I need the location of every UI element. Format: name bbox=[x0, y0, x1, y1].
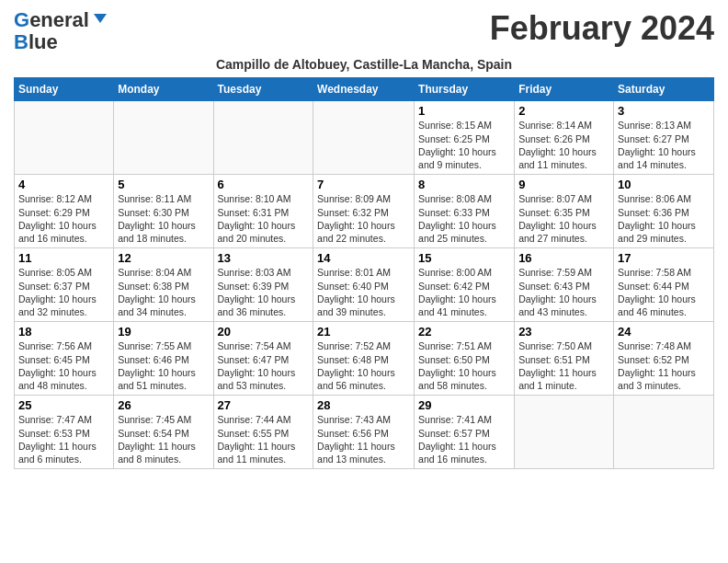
calendar-cell: 23Sunrise: 7:50 AM Sunset: 6:51 PM Dayli… bbox=[515, 322, 614, 396]
day-info: Sunrise: 7:52 AM Sunset: 6:48 PM Dayligh… bbox=[317, 339, 410, 392]
day-number: 15 bbox=[418, 251, 510, 265]
calendar-cell: 25Sunrise: 7:47 AM Sunset: 6:53 PM Dayli… bbox=[15, 396, 114, 469]
day-number: 4 bbox=[18, 178, 109, 191]
day-info: Sunrise: 7:48 AM Sunset: 6:52 PM Dayligh… bbox=[618, 339, 710, 392]
calendar-cell: 28Sunrise: 7:43 AM Sunset: 6:56 PM Dayli… bbox=[313, 396, 415, 469]
day-info: Sunrise: 7:45 AM Sunset: 6:54 PM Dayligh… bbox=[118, 413, 209, 465]
day-number: 8 bbox=[418, 178, 510, 191]
day-number: 3 bbox=[618, 104, 710, 118]
day-number: 10 bbox=[618, 178, 710, 191]
calendar-cell: 27Sunrise: 7:44 AM Sunset: 6:55 PM Dayli… bbox=[213, 396, 313, 469]
day-info: Sunrise: 7:55 AM Sunset: 6:46 PM Dayligh… bbox=[118, 339, 209, 392]
day-info: Sunrise: 7:47 AM Sunset: 6:53 PM Dayligh… bbox=[18, 413, 109, 465]
day-info: Sunrise: 8:13 AM Sunset: 6:27 PM Dayligh… bbox=[618, 119, 710, 171]
day-number: 2 bbox=[518, 104, 609, 118]
calendar-cell: 10Sunrise: 8:06 AM Sunset: 6:36 PM Dayli… bbox=[614, 175, 714, 248]
day-info: Sunrise: 7:59 AM Sunset: 6:43 PM Dayligh… bbox=[518, 266, 609, 318]
day-number: 17 bbox=[618, 251, 710, 265]
month-title: February 2024 bbox=[490, 9, 714, 48]
calendar-cell: 17Sunrise: 7:58 AM Sunset: 6:44 PM Dayli… bbox=[614, 248, 714, 322]
calendar-cell: 26Sunrise: 7:45 AM Sunset: 6:54 PM Dayli… bbox=[114, 396, 213, 469]
day-info: Sunrise: 7:56 AM Sunset: 6:45 PM Dayligh… bbox=[18, 339, 109, 392]
calendar-week-row-4: 18Sunrise: 7:56 AM Sunset: 6:45 PM Dayli… bbox=[15, 322, 714, 396]
calendar-cell: 1Sunrise: 8:15 AM Sunset: 6:25 PM Daylig… bbox=[415, 101, 515, 175]
day-number: 12 bbox=[118, 251, 209, 265]
col-sunday: Sunday bbox=[15, 78, 114, 101]
calendar-week-row-1: 1Sunrise: 8:15 AM Sunset: 6:25 PM Daylig… bbox=[15, 101, 714, 175]
day-number: 29 bbox=[418, 398, 510, 412]
calendar-cell bbox=[114, 101, 213, 175]
day-info: Sunrise: 7:58 AM Sunset: 6:44 PM Dayligh… bbox=[618, 266, 710, 318]
logo: General Blue bbox=[14, 9, 108, 53]
day-info: Sunrise: 7:51 AM Sunset: 6:50 PM Dayligh… bbox=[418, 339, 510, 392]
day-info: Sunrise: 8:01 AM Sunset: 6:40 PM Dayligh… bbox=[317, 266, 410, 318]
calendar-cell: 14Sunrise: 8:01 AM Sunset: 6:40 PM Dayli… bbox=[313, 248, 415, 322]
day-number: 6 bbox=[218, 178, 310, 191]
calendar-cell: 6Sunrise: 8:10 AM Sunset: 6:31 PM Daylig… bbox=[213, 175, 313, 248]
calendar-cell: 8Sunrise: 8:08 AM Sunset: 6:33 PM Daylig… bbox=[415, 175, 515, 248]
logo-blue-b: B bbox=[14, 31, 28, 53]
day-number: 14 bbox=[317, 251, 410, 265]
day-number: 7 bbox=[317, 178, 410, 191]
calendar-cell: 20Sunrise: 7:54 AM Sunset: 6:47 PM Dayli… bbox=[213, 322, 313, 396]
calendar-week-row-3: 11Sunrise: 8:05 AM Sunset: 6:37 PM Dayli… bbox=[15, 248, 714, 322]
calendar-cell bbox=[313, 101, 415, 175]
calendar-header-row: Sunday Monday Tuesday Wednesday Thursday… bbox=[15, 78, 714, 101]
calendar-cell: 3Sunrise: 8:13 AM Sunset: 6:27 PM Daylig… bbox=[614, 101, 714, 175]
calendar-cell: 29Sunrise: 7:41 AM Sunset: 6:57 PM Dayli… bbox=[415, 396, 515, 469]
day-info: Sunrise: 8:07 AM Sunset: 6:35 PM Dayligh… bbox=[518, 192, 609, 245]
day-number: 5 bbox=[118, 178, 209, 191]
header: General Blue February 2024 bbox=[14, 9, 714, 53]
calendar-cell: 4Sunrise: 8:12 AM Sunset: 6:29 PM Daylig… bbox=[15, 175, 114, 248]
calendar-cell bbox=[213, 101, 313, 175]
calendar-cell: 5Sunrise: 8:11 AM Sunset: 6:30 PM Daylig… bbox=[114, 175, 213, 248]
calendar-cell: 11Sunrise: 8:05 AM Sunset: 6:37 PM Dayli… bbox=[15, 248, 114, 322]
day-info: Sunrise: 8:03 AM Sunset: 6:39 PM Dayligh… bbox=[218, 266, 310, 318]
col-wednesday: Wednesday bbox=[313, 78, 415, 101]
calendar-cell: 7Sunrise: 8:09 AM Sunset: 6:32 PM Daylig… bbox=[313, 175, 415, 248]
col-thursday: Thursday bbox=[415, 78, 515, 101]
calendar-week-row-2: 4Sunrise: 8:12 AM Sunset: 6:29 PM Daylig… bbox=[15, 175, 714, 248]
day-number: 19 bbox=[118, 325, 209, 339]
day-info: Sunrise: 8:15 AM Sunset: 6:25 PM Dayligh… bbox=[418, 119, 510, 171]
calendar-cell bbox=[15, 101, 114, 175]
calendar-cell: 24Sunrise: 7:48 AM Sunset: 6:52 PM Dayli… bbox=[614, 322, 714, 396]
day-info: Sunrise: 7:43 AM Sunset: 6:56 PM Dayligh… bbox=[317, 413, 410, 465]
page-wrapper: General Blue February 2024 Campillo de A… bbox=[14, 9, 714, 469]
day-number: 21 bbox=[317, 325, 410, 339]
calendar-cell: 22Sunrise: 7:51 AM Sunset: 6:50 PM Dayli… bbox=[415, 322, 515, 396]
calendar-table: Sunday Monday Tuesday Wednesday Thursday… bbox=[14, 77, 714, 469]
day-number: 16 bbox=[518, 251, 609, 265]
day-info: Sunrise: 7:41 AM Sunset: 6:57 PM Dayligh… bbox=[418, 413, 510, 465]
calendar-cell: 2Sunrise: 8:14 AM Sunset: 6:26 PM Daylig… bbox=[515, 101, 614, 175]
day-info: Sunrise: 7:50 AM Sunset: 6:51 PM Dayligh… bbox=[518, 339, 609, 392]
day-info: Sunrise: 8:12 AM Sunset: 6:29 PM Dayligh… bbox=[18, 192, 109, 245]
day-info: Sunrise: 8:00 AM Sunset: 6:42 PM Dayligh… bbox=[418, 266, 510, 318]
svg-marker-0 bbox=[94, 14, 107, 23]
day-number: 28 bbox=[317, 398, 410, 412]
col-saturday: Saturday bbox=[614, 78, 714, 101]
day-number: 11 bbox=[18, 251, 109, 265]
calendar-cell: 16Sunrise: 7:59 AM Sunset: 6:43 PM Dayli… bbox=[515, 248, 614, 322]
day-info: Sunrise: 7:54 AM Sunset: 6:47 PM Dayligh… bbox=[218, 339, 310, 392]
logo-arrow-icon bbox=[92, 10, 108, 30]
calendar-cell: 19Sunrise: 7:55 AM Sunset: 6:46 PM Dayli… bbox=[114, 322, 213, 396]
calendar-cell: 15Sunrise: 8:00 AM Sunset: 6:42 PM Dayli… bbox=[415, 248, 515, 322]
day-number: 1 bbox=[418, 104, 510, 118]
col-monday: Monday bbox=[114, 78, 213, 101]
day-info: Sunrise: 8:14 AM Sunset: 6:26 PM Dayligh… bbox=[518, 119, 609, 171]
location-subtitle: Campillo de Altobuey, Castille-La Mancha… bbox=[14, 57, 714, 72]
calendar-cell: 9Sunrise: 8:07 AM Sunset: 6:35 PM Daylig… bbox=[515, 175, 614, 248]
logo-text-general: G bbox=[14, 9, 29, 31]
calendar-cell bbox=[515, 396, 614, 469]
day-info: Sunrise: 8:11 AM Sunset: 6:30 PM Dayligh… bbox=[118, 192, 209, 245]
day-number: 23 bbox=[518, 325, 609, 339]
day-number: 25 bbox=[18, 398, 109, 412]
day-info: Sunrise: 7:44 AM Sunset: 6:55 PM Dayligh… bbox=[218, 413, 310, 465]
day-number: 24 bbox=[618, 325, 710, 339]
col-tuesday: Tuesday bbox=[213, 78, 313, 101]
calendar-cell: 13Sunrise: 8:03 AM Sunset: 6:39 PM Dayli… bbox=[213, 248, 313, 322]
day-number: 18 bbox=[18, 325, 109, 339]
day-number: 27 bbox=[218, 398, 310, 412]
day-number: 20 bbox=[218, 325, 310, 339]
